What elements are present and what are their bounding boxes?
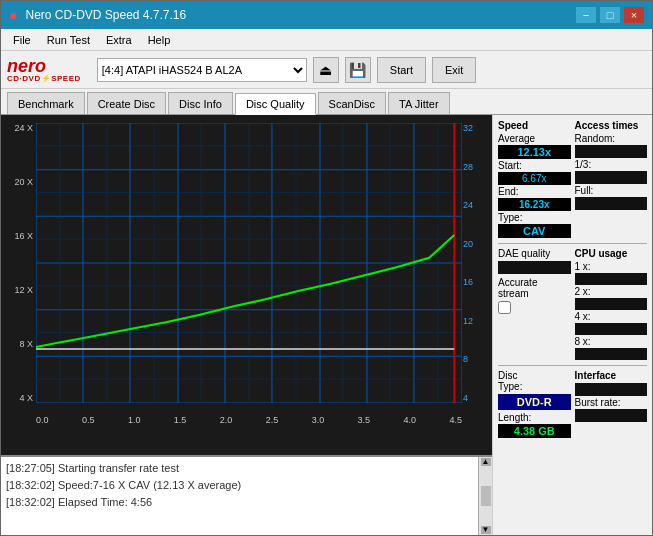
tab-ta-jitter[interactable]: TA Jitter (388, 92, 450, 114)
y-label-20x: 20 X (2, 177, 36, 187)
log-section: [18:27:05] Starting transfer rate test [… (1, 455, 492, 535)
drive-selector[interactable]: [4:4] ATAPI iHAS524 B AL2A (97, 58, 307, 82)
length-label: Length: (498, 412, 571, 423)
tab-disc-quality[interactable]: Disc Quality (235, 93, 316, 115)
burst-value (575, 409, 648, 422)
cpu-8x-label: 8 x: (575, 336, 648, 347)
x-label-25: 2.5 (266, 415, 279, 425)
toolbar: nero CD·DVD⚡SPEED [4:4] ATAPI iHAS524 B … (1, 51, 652, 89)
burst-label: Burst rate: (575, 397, 648, 408)
x-label-45: 4.5 (449, 415, 462, 425)
tab-scan-disc[interactable]: ScanDisc (318, 92, 386, 114)
y-label-24x: 24 X (2, 123, 36, 133)
average-value: 12.13x (498, 145, 571, 159)
cpu-4x-value (575, 323, 648, 335)
y-right-16: 16 (461, 277, 491, 287)
chart-area: 4 X 8 X 12 X 16 X 20 X 24 X 4 8 12 16 20… (1, 115, 492, 455)
y-right-8: 8 (461, 354, 491, 364)
disc-type-col: Disc Type: DVD-R Length: 4.38 GB (498, 370, 571, 439)
accurate-label: Accurate (498, 277, 571, 288)
y-right-24: 24 (461, 200, 491, 210)
stream-label: stream (498, 288, 571, 299)
random-label: Random: (575, 133, 648, 144)
speed-col: Speed Average 12.13x Start: 6.67x End: 1… (498, 120, 571, 239)
x-label-35: 3.5 (358, 415, 371, 425)
x-label-2: 2.0 (220, 415, 233, 425)
eject-button[interactable]: ⏏ (313, 57, 339, 83)
average-label: Average (498, 133, 571, 144)
length-value: 4.38 GB (498, 424, 571, 438)
dae-col: DAE quality Accurate stream (498, 248, 571, 361)
dae-value (498, 261, 571, 274)
y-right-28: 28 (461, 162, 491, 172)
interface-label: Interface (575, 370, 648, 381)
access-label: Access times (575, 120, 648, 131)
x-label-3: 3.0 (312, 415, 325, 425)
y-right-4: 4 (461, 393, 491, 403)
title-bar: ● Nero CD-DVD Speed 4.7.7.16 − □ × (1, 1, 652, 29)
cpu-1x-label: 1 x: (575, 261, 648, 272)
menu-run-test[interactable]: Run Test (39, 32, 98, 48)
y-label-12x: 12 X (2, 285, 36, 295)
tab-create-disc[interactable]: Create Disc (87, 92, 166, 114)
y-right-32: 32 (461, 123, 491, 133)
x-label-1: 1.0 (128, 415, 141, 425)
log-line-2: [18:32:02] Speed:7-16 X CAV (12.13 X ave… (6, 477, 473, 494)
access-col: Access times Random: 1/3: Full: (575, 120, 648, 239)
x-label-0: 0.0 (36, 415, 49, 425)
random-value (575, 145, 648, 158)
cpu-label: CPU usage (575, 248, 648, 259)
full-value (575, 197, 648, 210)
exit-button[interactable]: Exit (432, 57, 476, 83)
speed-section: Speed Average 12.13x Start: 6.67x End: 1… (498, 120, 647, 239)
dae-label: DAE quality (498, 248, 571, 259)
y-label-4x: 4 X (2, 393, 36, 403)
log-line-1: [18:27:05] Starting transfer rate test (6, 460, 473, 477)
one-third-value (575, 171, 648, 184)
end-label: End: (498, 186, 571, 197)
maximize-button[interactable]: □ (600, 7, 620, 23)
type-label: Type: (498, 212, 571, 223)
interface-value (575, 383, 648, 396)
menu-extra[interactable]: Extra (98, 32, 140, 48)
end-value: 16.23x (498, 198, 571, 211)
disc-section: Disc Type: DVD-R Length: 4.38 GB Interfa… (498, 370, 647, 439)
save-button[interactable]: 💾 (345, 57, 371, 83)
log-output: [18:27:05] Starting transfer rate test [… (1, 457, 478, 535)
y-right-12: 12 (461, 316, 491, 326)
speed-chart (36, 123, 462, 403)
start-label: Start: (498, 160, 571, 171)
tab-benchmark[interactable]: Benchmark (7, 92, 85, 114)
logo: nero CD·DVD⚡SPEED (7, 57, 81, 83)
y-right-20: 20 (461, 239, 491, 249)
cpu-section: DAE quality Accurate stream CPU usage 1 … (498, 248, 647, 361)
accurate-stream-checkbox[interactable] (498, 301, 511, 314)
cpu-1x-value (575, 273, 648, 285)
tab-disc-info[interactable]: Disc Info (168, 92, 233, 114)
log-line-3: [18:32:02] Elapsed Time: 4:56 (6, 494, 473, 511)
start-button[interactable]: Start (377, 57, 426, 83)
x-label-05: 0.5 (82, 415, 95, 425)
speed-label: Speed (498, 120, 571, 131)
window: ● Nero CD-DVD Speed 4.7.7.16 − □ × File … (0, 0, 653, 536)
one-third-label: 1/3: (575, 159, 648, 170)
y-label-16x: 16 X (2, 231, 36, 241)
disc-type-badge: DVD-R (498, 394, 571, 410)
interface-col: Interface Burst rate: (575, 370, 648, 439)
cpu-2x-label: 2 x: (575, 286, 648, 297)
minimize-button[interactable]: − (576, 7, 596, 23)
right-panel: Speed Average 12.13x Start: 6.67x End: 1… (492, 115, 652, 535)
disc-type-label: Disc Type: (498, 370, 571, 392)
tab-bar: Benchmark Create Disc Disc Info Disc Qua… (1, 89, 652, 115)
log-scrollbar[interactable]: ▲ ▼ (478, 457, 492, 535)
menu-file[interactable]: File (5, 32, 39, 48)
x-label-15: 1.5 (174, 415, 187, 425)
close-button[interactable]: × (624, 7, 644, 23)
cpu-8x-value (575, 348, 648, 360)
y-label-8x: 8 X (2, 339, 36, 349)
type-value: CAV (498, 224, 571, 238)
menu-help[interactable]: Help (140, 32, 179, 48)
start-value: 6.67x (498, 172, 571, 185)
cpu-4x-label: 4 x: (575, 311, 648, 322)
x-label-4: 4.0 (404, 415, 417, 425)
